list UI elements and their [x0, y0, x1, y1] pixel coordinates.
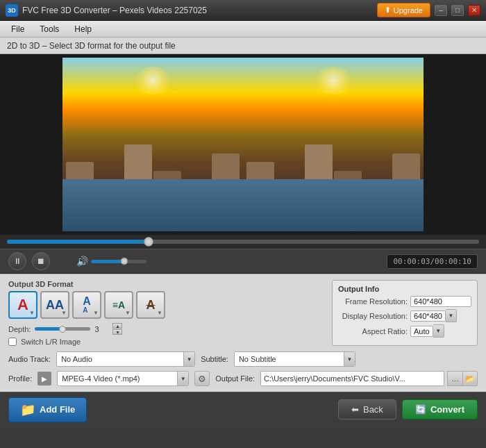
water-left [62, 179, 243, 231]
depth-value: 3 [94, 325, 108, 333]
add-file-label: Add File [40, 404, 75, 415]
profile-label: Profile: [8, 374, 32, 383]
anaglyph-icon: A [17, 296, 28, 314]
water-right [243, 179, 424, 231]
minimize-button[interactable]: – [435, 5, 447, 16]
output-file-section: C:\Users\jerry\Documents\FVC Studio\V...… [260, 371, 478, 386]
format-topbottom-button[interactable]: A A ▼ [72, 291, 101, 319]
output-file-value: C:\Users\jerry\Documents\FVC Studio\V... [260, 371, 444, 386]
back-button[interactable]: ⬅ Back [338, 399, 396, 420]
output-info-title: Output Info [338, 285, 471, 293]
anaglyph-arrow: ▼ [29, 310, 35, 316]
subtitle-arrow[interactable]: ▼ [344, 352, 355, 366]
aspect-ratio-label: Aspect Ratio: [338, 327, 408, 335]
back-label: Back [363, 404, 383, 415]
menu-file[interactable]: File [4, 23, 31, 35]
format-lineinterleave-button[interactable]: ≡A ▼ [104, 291, 133, 319]
topbottom-arrow: ▼ [93, 310, 99, 316]
depth-spinners: ▲ ▼ [112, 323, 122, 335]
volume-thumb[interactable] [121, 258, 128, 265]
video-scene-right [243, 58, 424, 231]
sidebyside-arrow: ▼ [61, 310, 67, 316]
output-info-section: Output Info Frame Resolution: 640*480 Di… [332, 280, 478, 346]
checkered-icon: A [146, 298, 156, 313]
video-area [0, 54, 486, 235]
topbottom-icon: A A [83, 296, 91, 314]
aspect-ratio-value: Auto [410, 326, 433, 337]
audio-track-select[interactable]: No Audio ▼ [56, 351, 195, 367]
audio-track-value: No Audio [57, 355, 183, 363]
add-file-button[interactable]: 📁 Add File [8, 397, 87, 422]
subtitle-select[interactable]: No Subtitle ▼ [234, 351, 355, 367]
output-file-folder-button[interactable]: 📂 [462, 371, 478, 386]
settings-area: Output 3D Format A ▼ AA ▼ A A [0, 274, 486, 392]
depth-up-button[interactable]: ▲ [112, 323, 122, 329]
depth-label: Depth: [8, 325, 31, 333]
display-resolution-arrow[interactable]: ▼ [446, 309, 457, 322]
upgrade-icon: ⬆ [385, 6, 391, 15]
output-file-buttons: … 📂 [447, 371, 478, 386]
title-bar-left: 3D FVC Free 3D Converter – Pexels Videos… [6, 4, 207, 17]
buildings-left [62, 110, 243, 179]
controls-area: ⏸ ⏹ 🔊 00:00:03/00:00:10 [0, 249, 486, 274]
seek-thumb[interactable] [144, 237, 153, 247]
format-anaglyph-button[interactable]: A ▼ [8, 291, 37, 319]
upgrade-button[interactable]: ⬆ Upgrade [377, 3, 430, 17]
frame-resolution-label: Frame Resolution: [338, 297, 408, 306]
settings-gear-button[interactable]: ⚙ [194, 371, 210, 386]
subtitle-value: No Subtitle [235, 355, 344, 363]
switch-lr-label: Switch L/R Image [21, 338, 81, 346]
depth-down-button[interactable]: ▼ [112, 329, 122, 335]
switch-row: Switch L/R Image [8, 338, 324, 346]
maximize-button[interactable]: □ [451, 5, 464, 16]
switch-lr-checkbox[interactable] [8, 338, 17, 346]
profile-value: MPEG-4 Video (*.mp4) [58, 374, 177, 383]
pause-button[interactable]: ⏸ [8, 252, 26, 270]
profile-format-icon: ▶ [37, 372, 51, 385]
menu-help[interactable]: Help [67, 23, 99, 35]
checkered-arrow: ▼ [157, 310, 162, 316]
lineinterleave-arrow: ▼ [125, 310, 131, 316]
volume-area: 🔊 [76, 256, 146, 267]
convert-button[interactable]: 🔄 Convert [402, 399, 478, 420]
audio-track-arrow[interactable]: ▼ [183, 352, 194, 366]
display-resolution-label: Display Resolution: [338, 312, 408, 320]
seek-track[interactable] [7, 240, 479, 244]
aspect-ratio-arrow[interactable]: ▼ [433, 324, 444, 338]
subtitle-label: Subtitle: [201, 355, 228, 363]
profile-arrow[interactable]: ▼ [177, 372, 188, 385]
stop-button[interactable]: ⏹ [32, 252, 50, 270]
menu-tools[interactable]: Tools [33, 23, 66, 35]
format-sidebyside-button[interactable]: AA ▼ [40, 291, 69, 319]
display-resolution-value: 640*480 [410, 310, 446, 322]
title-controls: ⬆ Upgrade – □ ✕ [377, 3, 480, 17]
format-checkered-button[interactable]: A ▼ [136, 291, 165, 319]
upgrade-label: Upgrade [394, 6, 423, 15]
video-left [62, 58, 243, 231]
video-scene-left [62, 58, 243, 231]
profile-select[interactable]: MPEG-4 Video (*.mp4) ▼ [57, 371, 189, 386]
close-button[interactable]: ✕ [468, 5, 480, 16]
depth-row: Depth: 3 ▲ ▼ [8, 323, 324, 335]
buildings-right [243, 110, 424, 179]
video-frame [62, 58, 424, 231]
format-label: Output 3D Format [8, 280, 324, 288]
volume-icon: 🔊 [76, 256, 88, 267]
menu-bar: File Tools Help [0, 21, 486, 38]
display-resolution-dropdown: 640*480 ▼ [410, 309, 457, 322]
aspect-ratio-row: Aspect Ratio: Auto ▼ [338, 324, 471, 338]
seek-area[interactable] [0, 235, 486, 249]
output-file-dots-button[interactable]: … [447, 371, 462, 386]
profile-row: Profile: ▶ MPEG-4 Video (*.mp4) ▼ ⚙ Outp… [8, 371, 478, 386]
video-right [243, 58, 424, 231]
convert-icon: 🔄 [415, 404, 426, 415]
depth-thumb[interactable] [59, 326, 66, 333]
volume-track[interactable] [91, 260, 146, 263]
settings-top: Output 3D Format A ▼ AA ▼ A A [8, 280, 478, 346]
frame-resolution-row: Frame Resolution: 640*480 [338, 296, 471, 307]
title-text: FVC Free 3D Converter – Pexels Videos 22… [22, 6, 207, 15]
app-icon: 3D [6, 4, 18, 17]
output-file-label: Output File: [215, 374, 255, 383]
title-bar: 3D FVC Free 3D Converter – Pexels Videos… [0, 0, 486, 21]
depth-slider[interactable] [35, 327, 90, 331]
